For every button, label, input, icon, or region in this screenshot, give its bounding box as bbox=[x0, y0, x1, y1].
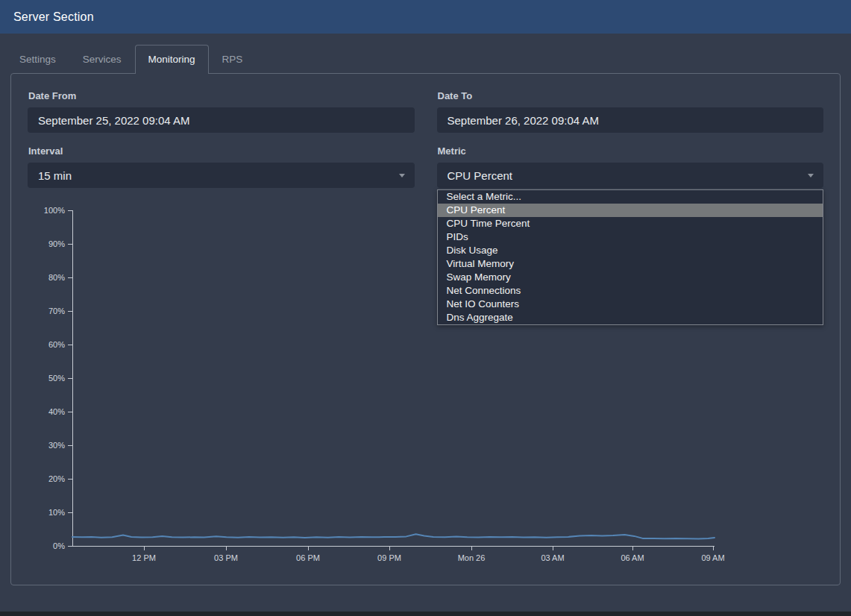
date-from-input[interactable] bbox=[28, 107, 415, 133]
metric-option[interactable]: Swap Memory bbox=[438, 271, 823, 284]
metric-option[interactable]: CPU Percent bbox=[438, 204, 823, 217]
page-title: Server Section bbox=[13, 10, 94, 24]
date-to-field: Date To bbox=[437, 90, 824, 145]
tab-monitoring[interactable]: Monitoring bbox=[135, 45, 209, 74]
metric-option[interactable]: Net Connections bbox=[438, 284, 823, 298]
x-axis-label: 03 PM bbox=[214, 553, 238, 562]
tab-settings[interactable]: Settings bbox=[6, 45, 69, 74]
metric-select-value: CPU Percent bbox=[448, 169, 513, 182]
tab-services[interactable]: Services bbox=[69, 45, 135, 74]
date-to-label: Date To bbox=[438, 90, 824, 101]
x-axis-label: 09 PM bbox=[377, 553, 401, 562]
filter-form: Date From Date To Interval 15 min Metric… bbox=[11, 74, 840, 201]
metric-option[interactable]: Dns Aggregate bbox=[438, 311, 823, 324]
x-axis-label: 06 AM bbox=[621, 553, 644, 562]
x-axis-label: 09 AM bbox=[701, 553, 724, 562]
metric-label: Metric bbox=[438, 145, 824, 157]
interval-field: Interval 15 min bbox=[28, 145, 415, 201]
y-axis-label: 0% bbox=[53, 541, 65, 550]
tab-bar: Settings Services Monitoring RPS bbox=[0, 45, 851, 73]
x-axis-label: 06 PM bbox=[296, 553, 320, 562]
chevron-down-icon bbox=[808, 174, 814, 177]
metric-field: Metric CPU Percent Select a Metric...CPU… bbox=[437, 145, 824, 201]
y-axis-label: 60% bbox=[48, 340, 65, 349]
x-axis-label: 12 PM bbox=[132, 553, 156, 562]
chevron-down-icon bbox=[399, 174, 405, 177]
metric-option[interactable]: PIDs bbox=[438, 230, 823, 244]
x-axis-label: 03 AM bbox=[541, 553, 564, 562]
metric-option[interactable]: CPU Time Percent bbox=[438, 217, 823, 230]
window-bottom-edge bbox=[0, 612, 851, 616]
content-panel: Date From Date To Interval 15 min Metric… bbox=[10, 73, 841, 585]
date-from-label: Date From bbox=[28, 90, 415, 101]
y-axis-label: 70% bbox=[48, 307, 65, 315]
header: Server Section bbox=[0, 0, 851, 34]
date-from-field: Date From bbox=[28, 90, 415, 145]
metric-option[interactable]: Disk Usage bbox=[438, 244, 823, 257]
y-axis-label: 30% bbox=[48, 441, 65, 450]
tab-rps[interactable]: RPS bbox=[209, 45, 257, 74]
metric-option[interactable]: Virtual Memory bbox=[438, 257, 823, 271]
interval-label: Interval bbox=[28, 145, 415, 157]
y-axis-label: 50% bbox=[48, 374, 65, 383]
interval-select[interactable]: 15 min bbox=[28, 163, 415, 188]
y-axis-label: 80% bbox=[48, 273, 65, 282]
cpu-percent-series bbox=[72, 534, 715, 538]
y-axis-label: 40% bbox=[48, 407, 65, 416]
date-to-input[interactable] bbox=[437, 107, 824, 133]
y-axis-label: 90% bbox=[48, 239, 65, 248]
metric-dropdown-list: Select a Metric...CPU PercentCPU Time Pe… bbox=[437, 189, 824, 325]
y-axis-label: 100% bbox=[44, 206, 65, 215]
y-axis-label: 10% bbox=[48, 508, 65, 517]
metric-option[interactable]: Net IO Counters bbox=[438, 298, 823, 311]
metric-option[interactable]: Select a Metric... bbox=[438, 190, 823, 204]
metric-select[interactable]: CPU Percent bbox=[437, 163, 824, 188]
x-axis-label: Mon 26 bbox=[458, 553, 486, 562]
interval-select-value: 15 min bbox=[38, 169, 72, 182]
y-axis-label: 20% bbox=[48, 474, 65, 483]
